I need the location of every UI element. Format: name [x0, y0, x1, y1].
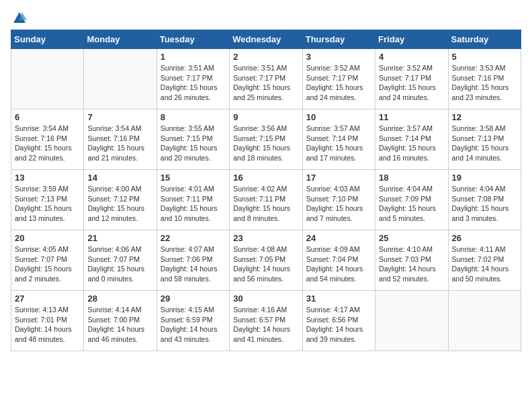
calendar-day-cell: 5Sunrise: 3:53 AM Sunset: 7:16 PM Daylig…	[448, 49, 521, 109]
day-info: Sunrise: 4:00 AM Sunset: 7:12 PM Dayligh…	[87, 184, 152, 224]
day-info: Sunrise: 4:01 AM Sunset: 7:11 PM Dayligh…	[161, 184, 226, 224]
calendar-week-row: 6Sunrise: 3:54 AM Sunset: 7:16 PM Daylig…	[11, 109, 521, 170]
day-number: 19	[452, 173, 517, 183]
calendar-week-row: 20Sunrise: 4:05 AM Sunset: 7:07 PM Dayli…	[11, 230, 521, 291]
calendar-day-cell: 29Sunrise: 4:15 AM Sunset: 6:59 PM Dayli…	[157, 291, 229, 351]
logo-icon	[12, 11, 27, 26]
calendar-day-cell: 2Sunrise: 3:51 AM Sunset: 7:17 PM Daylig…	[230, 49, 302, 109]
day-info: Sunrise: 3:57 AM Sunset: 7:14 PM Dayligh…	[306, 124, 371, 163]
calendar-day-cell: 16Sunrise: 4:02 AM Sunset: 7:11 PM Dayli…	[230, 170, 302, 230]
day-info: Sunrise: 4:16 AM Sunset: 6:57 PM Dayligh…	[233, 305, 298, 345]
calendar-day-cell	[375, 291, 448, 351]
day-info: Sunrise: 3:52 AM Sunset: 7:17 PM Dayligh…	[306, 63, 371, 103]
calendar-week-row: 13Sunrise: 3:59 AM Sunset: 7:13 PM Dayli…	[11, 170, 521, 230]
day-info: Sunrise: 3:58 AM Sunset: 7:13 PM Dayligh…	[452, 124, 517, 163]
calendar-day-cell: 25Sunrise: 4:10 AM Sunset: 7:03 PM Dayli…	[375, 230, 448, 291]
calendar-week-row: 27Sunrise: 4:13 AM Sunset: 7:01 PM Dayli…	[11, 291, 521, 351]
calendar-day-cell: 18Sunrise: 4:04 AM Sunset: 7:09 PM Dayli…	[375, 170, 448, 230]
day-number: 31	[306, 293, 371, 304]
day-number: 22	[161, 233, 226, 243]
calendar-day-cell: 11Sunrise: 3:57 AM Sunset: 7:14 PM Dayli…	[375, 109, 448, 170]
calendar-day-cell: 19Sunrise: 4:04 AM Sunset: 7:08 PM Dayli…	[448, 170, 521, 230]
page-header	[11, 11, 521, 23]
day-info: Sunrise: 4:03 AM Sunset: 7:10 PM Dayligh…	[306, 184, 371, 224]
calendar-day-cell: 20Sunrise: 4:05 AM Sunset: 7:07 PM Dayli…	[11, 230, 84, 291]
day-info: Sunrise: 4:14 AM Sunset: 7:00 PM Dayligh…	[87, 305, 152, 345]
day-info: Sunrise: 4:09 AM Sunset: 7:04 PM Dayligh…	[306, 244, 371, 284]
day-number: 11	[379, 112, 444, 122]
day-info: Sunrise: 3:54 AM Sunset: 7:16 PM Dayligh…	[87, 124, 152, 163]
calendar-day-cell: 24Sunrise: 4:09 AM Sunset: 7:04 PM Dayli…	[302, 230, 375, 291]
day-number: 1	[161, 52, 226, 62]
day-info: Sunrise: 4:04 AM Sunset: 7:09 PM Dayligh…	[379, 184, 444, 224]
day-of-week-header: Saturday	[448, 30, 521, 49]
day-info: Sunrise: 3:56 AM Sunset: 7:15 PM Dayligh…	[233, 124, 298, 163]
day-info: Sunrise: 4:06 AM Sunset: 7:07 PM Dayligh…	[87, 244, 152, 284]
day-number: 5	[452, 52, 517, 62]
day-number: 18	[379, 173, 444, 183]
calendar-day-cell: 4Sunrise: 3:52 AM Sunset: 7:17 PM Daylig…	[375, 49, 448, 109]
day-of-week-header: Wednesday	[230, 30, 302, 49]
day-info: Sunrise: 3:51 AM Sunset: 7:17 PM Dayligh…	[161, 63, 226, 103]
day-number: 30	[233, 293, 298, 304]
day-number: 3	[306, 52, 371, 62]
day-info: Sunrise: 3:54 AM Sunset: 7:16 PM Dayligh…	[15, 124, 80, 163]
day-info: Sunrise: 4:10 AM Sunset: 7:03 PM Dayligh…	[379, 244, 444, 284]
day-number: 24	[306, 233, 371, 243]
day-number: 27	[15, 293, 80, 304]
day-info: Sunrise: 4:02 AM Sunset: 7:11 PM Dayligh…	[233, 184, 298, 224]
day-of-week-header: Thursday	[302, 30, 375, 49]
day-info: Sunrise: 3:52 AM Sunset: 7:17 PM Dayligh…	[379, 63, 444, 103]
calendar-week-row: 1Sunrise: 3:51 AM Sunset: 7:17 PM Daylig…	[11, 49, 521, 109]
day-number: 4	[379, 52, 444, 62]
day-number: 7	[87, 112, 152, 122]
calendar-day-cell: 8Sunrise: 3:55 AM Sunset: 7:15 PM Daylig…	[157, 109, 229, 170]
calendar-day-cell: 13Sunrise: 3:59 AM Sunset: 7:13 PM Dayli…	[11, 170, 84, 230]
calendar-day-cell: 14Sunrise: 4:00 AM Sunset: 7:12 PM Dayli…	[84, 170, 157, 230]
logo	[11, 11, 28, 23]
day-number: 13	[15, 173, 80, 183]
day-number: 14	[87, 173, 152, 183]
day-of-week-header: Friday	[375, 30, 448, 49]
day-info: Sunrise: 3:53 AM Sunset: 7:16 PM Dayligh…	[452, 63, 517, 103]
calendar-day-cell: 21Sunrise: 4:06 AM Sunset: 7:07 PM Dayli…	[84, 230, 157, 291]
day-number: 29	[161, 293, 226, 304]
day-number: 8	[161, 112, 226, 122]
day-of-week-header: Monday	[84, 30, 157, 49]
day-info: Sunrise: 4:08 AM Sunset: 7:05 PM Dayligh…	[233, 244, 298, 284]
calendar-day-cell	[84, 49, 157, 109]
day-number: 12	[452, 112, 517, 122]
day-number: 2	[233, 52, 298, 62]
day-number: 6	[15, 112, 80, 122]
calendar-day-cell: 28Sunrise: 4:14 AM Sunset: 7:00 PM Dayli…	[84, 291, 157, 351]
calendar-day-cell: 15Sunrise: 4:01 AM Sunset: 7:11 PM Dayli…	[157, 170, 229, 230]
day-info: Sunrise: 4:05 AM Sunset: 7:07 PM Dayligh…	[15, 244, 80, 284]
calendar-day-cell: 26Sunrise: 4:11 AM Sunset: 7:02 PM Dayli…	[448, 230, 521, 291]
calendar-day-cell: 10Sunrise: 3:57 AM Sunset: 7:14 PM Dayli…	[302, 109, 375, 170]
calendar-day-cell	[11, 49, 84, 109]
calendar-day-cell: 7Sunrise: 3:54 AM Sunset: 7:16 PM Daylig…	[84, 109, 157, 170]
day-number: 15	[161, 173, 226, 183]
day-of-week-header: Sunday	[11, 30, 84, 49]
day-info: Sunrise: 4:07 AM Sunset: 7:06 PM Dayligh…	[161, 244, 226, 284]
day-info: Sunrise: 4:04 AM Sunset: 7:08 PM Dayligh…	[452, 184, 517, 224]
day-info: Sunrise: 4:13 AM Sunset: 7:01 PM Dayligh…	[15, 305, 80, 345]
day-number: 10	[306, 112, 371, 122]
day-number: 17	[306, 173, 371, 183]
day-number: 9	[233, 112, 298, 122]
day-of-week-header: Tuesday	[157, 30, 229, 49]
calendar-table: SundayMondayTuesdayWednesdayThursdayFrid…	[11, 30, 521, 351]
calendar-day-cell: 3Sunrise: 3:52 AM Sunset: 7:17 PM Daylig…	[302, 49, 375, 109]
calendar-day-cell: 31Sunrise: 4:17 AM Sunset: 6:56 PM Dayli…	[302, 291, 375, 351]
calendar-day-cell	[448, 291, 521, 351]
calendar-day-cell: 27Sunrise: 4:13 AM Sunset: 7:01 PM Dayli…	[11, 291, 84, 351]
day-info: Sunrise: 3:55 AM Sunset: 7:15 PM Dayligh…	[161, 124, 226, 163]
calendar-day-cell: 9Sunrise: 3:56 AM Sunset: 7:15 PM Daylig…	[230, 109, 302, 170]
day-info: Sunrise: 4:17 AM Sunset: 6:56 PM Dayligh…	[306, 305, 371, 345]
calendar-header-row: SundayMondayTuesdayWednesdayThursdayFrid…	[11, 30, 521, 49]
calendar-day-cell: 30Sunrise: 4:16 AM Sunset: 6:57 PM Dayli…	[230, 291, 302, 351]
calendar-day-cell: 22Sunrise: 4:07 AM Sunset: 7:06 PM Dayli…	[157, 230, 229, 291]
day-number: 16	[233, 173, 298, 183]
day-number: 23	[233, 233, 298, 243]
calendar-day-cell: 1Sunrise: 3:51 AM Sunset: 7:17 PM Daylig…	[157, 49, 229, 109]
